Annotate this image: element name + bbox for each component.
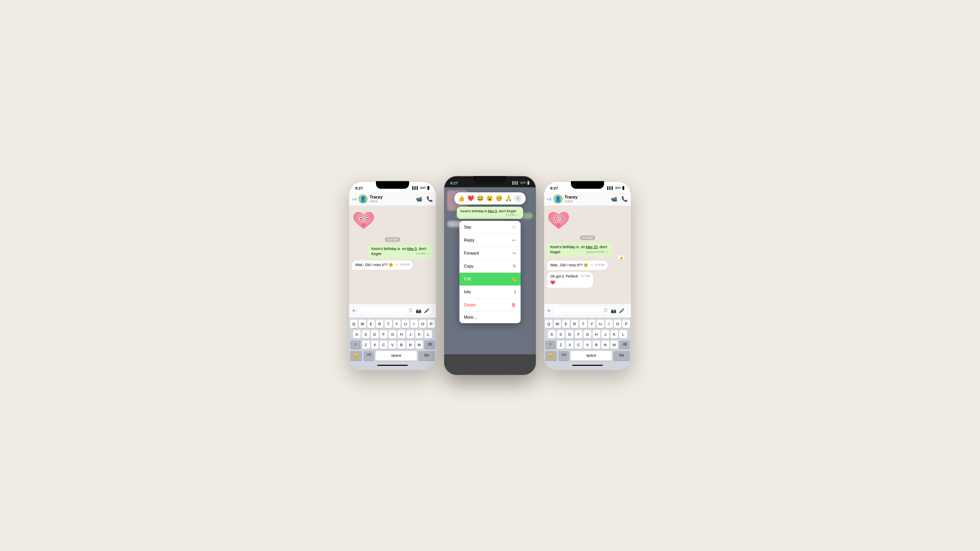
context-menu-item-copy[interactable]: Copy ⧉ bbox=[460, 260, 520, 273]
key-p[interactable]: P bbox=[428, 320, 435, 328]
key-i-r[interactable]: I bbox=[605, 320, 613, 328]
battery-icon-left: ▊ bbox=[428, 186, 430, 190]
reaction-laugh[interactable]: 😂 bbox=[477, 195, 484, 202]
key-d[interactable]: D bbox=[371, 330, 379, 338]
key-t[interactable]: T bbox=[385, 320, 392, 328]
key-g-r[interactable]: G bbox=[584, 330, 591, 338]
sticker-btn-right[interactable]: 🗒 bbox=[604, 308, 608, 313]
reaction-sad[interactable]: 🥺 bbox=[496, 195, 503, 202]
input-field-left[interactable]: 🗒 📷 🎤 bbox=[358, 306, 433, 316]
key-q-r[interactable]: Q bbox=[545, 320, 552, 328]
key-m-r[interactable]: M bbox=[611, 341, 618, 349]
contact-info-left: Tracey online bbox=[369, 195, 414, 203]
key-h[interactable]: H bbox=[398, 330, 405, 338]
key-e[interactable]: E bbox=[367, 320, 375, 328]
reaction-thumbsup[interactable]: 👍 bbox=[458, 195, 465, 202]
phone-icon-right[interactable]: 📞 bbox=[621, 196, 628, 202]
reaction-heart[interactable]: ❤️ bbox=[467, 195, 474, 202]
plus-icon-right[interactable]: + bbox=[547, 307, 550, 314]
key-u-r[interactable]: U bbox=[597, 320, 604, 328]
key-emoji-r[interactable]: 😊 bbox=[545, 351, 557, 361]
key-g[interactable]: G bbox=[389, 330, 396, 338]
key-v-r[interactable]: V bbox=[584, 341, 591, 349]
key-p-r[interactable]: P bbox=[622, 320, 630, 328]
context-menu-item-delete[interactable]: Delete 🗑 bbox=[460, 299, 520, 311]
key-f[interactable]: F bbox=[380, 330, 387, 338]
camera-btn-left[interactable]: 📷 bbox=[416, 308, 422, 313]
camera-btn-right[interactable]: 📷 bbox=[611, 308, 616, 313]
key-k[interactable]: K bbox=[415, 330, 423, 338]
key-space[interactable]: space bbox=[375, 351, 417, 361]
key-c[interactable]: C bbox=[380, 341, 387, 349]
sticker-svg-left bbox=[352, 209, 375, 232]
key-shift-r[interactable]: ⇧ bbox=[545, 341, 556, 349]
key-space-r[interactable]: space bbox=[571, 351, 612, 361]
key-b[interactable]: B bbox=[398, 341, 405, 349]
key-x[interactable]: X bbox=[371, 341, 379, 349]
key-j[interactable]: J bbox=[407, 330, 414, 338]
key-e-r[interactable]: E bbox=[562, 320, 570, 328]
key-r[interactable]: R bbox=[376, 320, 383, 328]
key-backspace[interactable]: ⌫ bbox=[424, 341, 435, 349]
mic-btn-left[interactable]: 🎤 bbox=[424, 308, 430, 313]
key-a-r[interactable]: A bbox=[548, 330, 555, 338]
key-z-r[interactable]: Z bbox=[557, 341, 565, 349]
plus-icon-left[interactable]: + bbox=[352, 307, 355, 314]
back-button-left[interactable]: ‹ 4 bbox=[352, 197, 356, 202]
key-s-r[interactable]: S bbox=[557, 330, 565, 338]
context-menu-item-more[interactable]: More... bbox=[460, 311, 520, 323]
key-s[interactable]: S bbox=[362, 330, 369, 338]
key-n[interactable]: N bbox=[407, 341, 414, 349]
sticker-btn-left[interactable]: 🗒 bbox=[409, 308, 413, 313]
context-menu-item-info[interactable]: Info ℹ bbox=[460, 286, 520, 299]
key-v[interactable]: V bbox=[389, 341, 396, 349]
key-l-r[interactable]: L bbox=[619, 330, 627, 338]
key-shift[interactable]: ⇧ bbox=[350, 341, 361, 349]
key-emoji[interactable]: 😊 bbox=[350, 351, 362, 361]
key-c-r[interactable]: C bbox=[575, 341, 582, 349]
key-q[interactable]: Q bbox=[350, 320, 358, 328]
key-k-r[interactable]: K bbox=[611, 330, 618, 338]
video-icon-right[interactable]: 📹 bbox=[611, 196, 617, 202]
key-o[interactable]: O bbox=[419, 320, 426, 328]
context-menu-item-forward[interactable]: Forward ↪ bbox=[460, 247, 520, 260]
key-x-r[interactable]: X bbox=[566, 341, 574, 349]
input-field-right[interactable]: 🗒 📷 🎤 bbox=[552, 306, 628, 316]
key-z[interactable]: Z bbox=[362, 341, 370, 349]
key-h-r[interactable]: H bbox=[593, 330, 600, 338]
mic-btn-right[interactable]: 🎤 bbox=[619, 308, 625, 313]
key-j-r[interactable]: J bbox=[601, 330, 609, 338]
context-menu-item-edit[interactable]: Edit ✏️ bbox=[460, 273, 520, 286]
key-backspace-r[interactable]: ⌫ bbox=[619, 341, 630, 349]
back-button-right[interactable]: ‹ 4 bbox=[547, 197, 551, 202]
key-f-r[interactable]: F bbox=[575, 330, 582, 338]
key-y-r[interactable]: Y bbox=[588, 320, 596, 328]
context-menu-item-reply[interactable]: Reply ↩ bbox=[460, 234, 520, 247]
key-go-r[interactable]: Go bbox=[613, 351, 630, 361]
key-123-r[interactable]: 123 bbox=[558, 351, 569, 361]
key-o-r[interactable]: O bbox=[614, 320, 621, 328]
phone-icon-left[interactable]: 📞 bbox=[426, 196, 433, 202]
key-go[interactable]: Go bbox=[418, 351, 435, 361]
video-icon-left[interactable]: 📹 bbox=[416, 196, 422, 202]
reaction-pray[interactable]: 🙏 bbox=[505, 195, 512, 202]
reaction-wow[interactable]: 😮 bbox=[486, 195, 493, 202]
key-w[interactable]: W bbox=[359, 320, 366, 328]
key-r-r[interactable]: R bbox=[571, 320, 578, 328]
key-y[interactable]: Y bbox=[393, 320, 401, 328]
key-n-r[interactable]: N bbox=[601, 341, 609, 349]
key-u[interactable]: U bbox=[402, 320, 409, 328]
key-m[interactable]: M bbox=[415, 341, 423, 349]
key-i[interactable]: I bbox=[410, 320, 418, 328]
key-b-r[interactable]: B bbox=[593, 341, 600, 349]
reaction-more-btn[interactable]: + bbox=[514, 195, 522, 202]
context-menu-item-star[interactable]: Star ☆ bbox=[460, 221, 520, 234]
key-123[interactable]: 123 bbox=[363, 351, 374, 361]
wifi-icon-right: WiFi bbox=[615, 186, 621, 190]
svg-point-13 bbox=[562, 218, 563, 219]
key-d-r[interactable]: D bbox=[566, 330, 573, 338]
key-w-r[interactable]: W bbox=[554, 320, 561, 328]
key-l[interactable]: L bbox=[425, 330, 432, 338]
key-t-r[interactable]: T bbox=[579, 320, 587, 328]
key-a[interactable]: A bbox=[353, 330, 361, 338]
